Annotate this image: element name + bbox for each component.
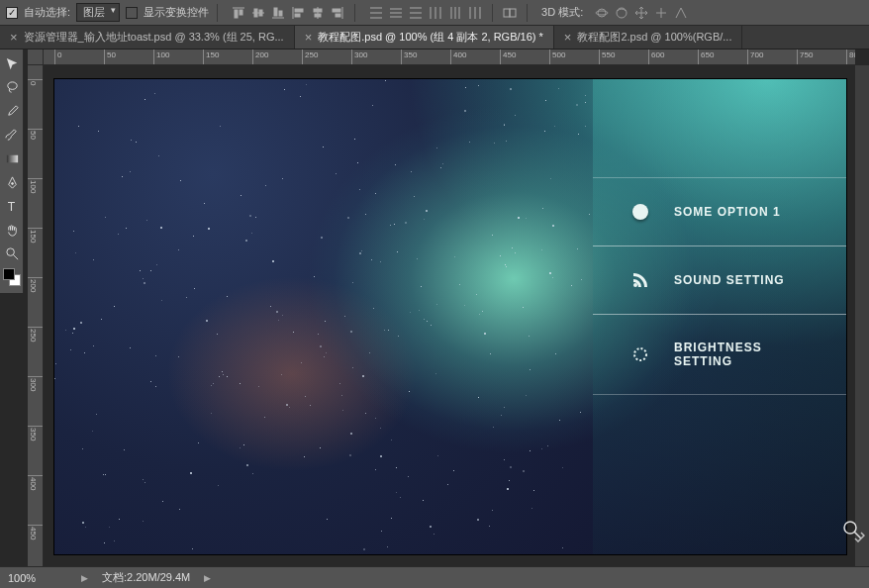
hand-tool-icon[interactable] — [1, 219, 23, 241]
tab-document-2[interactable]: × 教程配图2.psd @ 100%(RGB/... — [554, 26, 743, 49]
layer-target-select[interactable]: 图层 — [76, 3, 120, 22]
zoom-level-field[interactable]: 100% — [8, 572, 67, 584]
artwork-menu: SOME OPTION 1 SOUND SETTING BRIGHTNESS S… — [593, 178, 846, 395]
svg-point-43 — [11, 182, 13, 184]
options-bar: ✓ 自动选择: 图层 显示变换控件 3D 模式: — [0, 0, 869, 26]
document-canvas[interactable]: SOME OPTION 1 SOUND SETTING BRIGHTNESS S… — [54, 79, 846, 554]
menu-item-label: SOUND SETTING — [674, 273, 785, 287]
svg-rect-37 — [510, 9, 516, 17]
dist-left-icon[interactable] — [427, 4, 444, 22]
rss-icon — [632, 272, 648, 288]
align-hcenter-icon[interactable] — [309, 4, 327, 22]
ruler-origin[interactable] — [28, 49, 44, 65]
auto-align-icon[interactable] — [501, 4, 519, 22]
close-icon[interactable]: × — [305, 30, 313, 45]
type-tool-icon[interactable]: T — [1, 195, 23, 217]
svg-point-45 — [6, 247, 14, 255]
align-top-icon[interactable] — [230, 4, 247, 22]
align-edges-group — [230, 4, 346, 22]
svg-rect-2 — [240, 10, 242, 15]
svg-rect-7 — [274, 8, 277, 16]
brightness-icon — [632, 346, 648, 362]
align-bottom-icon[interactable] — [269, 4, 287, 22]
zoom-tool-icon[interactable] — [1, 243, 23, 264]
menu-item-label: SOME OPTION 1 — [674, 205, 781, 219]
svg-line-46 — [13, 254, 18, 259]
canvas-viewport[interactable]: SOME OPTION 1 SOUND SETTING BRIGHTNESS S… — [44, 65, 855, 566]
mode3d-label: 3D 模式: — [541, 5, 583, 20]
svg-rect-13 — [314, 9, 322, 12]
dist-bottom-icon[interactable] — [407, 4, 425, 22]
show-transform-checkbox[interactable] — [126, 7, 138, 19]
divider — [354, 4, 355, 22]
svg-point-48 — [634, 348, 646, 360]
svg-rect-17 — [336, 14, 340, 17]
mode3d-group — [593, 4, 690, 22]
work-area: T 05010015020025030035040045050055060065… — [0, 49, 869, 566]
move-tool-icon[interactable] — [1, 52, 23, 74]
auto-select-checkbox[interactable]: ✓ — [6, 7, 18, 19]
align-left-icon[interactable] — [289, 4, 307, 22]
tab-document-1[interactable]: × 教程配图.psd @ 100% (组 4 副本 2, RGB/16) * — [295, 26, 554, 49]
dist-hcent-icon[interactable] — [446, 4, 464, 22]
menu-item-option1[interactable]: SOME OPTION 1 — [593, 177, 846, 246]
lasso-tool-icon[interactable] — [1, 76, 23, 98]
dist-vcent-icon[interactable] — [387, 4, 405, 22]
align-right-icon[interactable] — [329, 4, 346, 22]
svg-rect-14 — [315, 14, 321, 17]
svg-rect-16 — [333, 9, 340, 12]
document-tabs: × 资源管理器_输入地址toast.psd @ 33.3% (组 25, RG.… — [0, 26, 869, 49]
distribute-group — [367, 4, 484, 22]
color-swatches[interactable] — [1, 266, 23, 292]
show-transform-label: 显示变换控件 — [144, 5, 209, 20]
svg-point-38 — [598, 9, 606, 17]
menu-item-brightness[interactable]: BRIGHTNESS SETTING — [593, 314, 846, 395]
ruler-horizontal[interactable]: 0501001502002503003504004505005506006507… — [44, 49, 855, 65]
svg-text:T: T — [7, 200, 15, 214]
orbit-3d-icon[interactable] — [593, 4, 611, 22]
close-icon[interactable]: × — [564, 30, 572, 45]
dist-top-icon[interactable] — [367, 4, 385, 22]
tool-strip: T — [0, 49, 24, 293]
svg-rect-4 — [254, 9, 257, 17]
dot-icon — [632, 204, 648, 220]
svg-rect-1 — [235, 10, 238, 18]
svg-rect-5 — [259, 10, 262, 16]
svg-point-40 — [617, 8, 627, 18]
svg-point-47 — [633, 283, 637, 287]
roll-3d-icon[interactable] — [613, 4, 630, 22]
auto-select-label: 自动选择: — [24, 5, 70, 20]
divider — [527, 4, 528, 22]
tab-document-0[interactable]: × 资源管理器_输入地址toast.psd @ 33.3% (组 25, RG.… — [0, 26, 295, 49]
menu-item-label: BRIGHTNESS SETTING — [674, 341, 822, 368]
slide-3d-icon[interactable] — [652, 4, 670, 22]
pan-3d-icon[interactable] — [632, 4, 650, 22]
brush-tool-icon[interactable] — [1, 124, 23, 146]
svg-point-41 — [7, 81, 16, 89]
svg-rect-36 — [504, 9, 510, 17]
close-icon[interactable]: × — [10, 30, 18, 45]
svg-rect-8 — [279, 11, 282, 16]
svg-rect-11 — [295, 14, 300, 17]
tab-label: 资源管理器_输入地址toast.psd @ 33.3% (组 25, RG... — [24, 30, 284, 45]
eyedropper-tool-icon[interactable] — [1, 100, 23, 122]
chevron-right-icon[interactable]: ▶ — [204, 573, 211, 583]
scrollbar-vertical[interactable] — [855, 65, 869, 566]
menu-item-sound[interactable]: SOUND SETTING — [593, 245, 846, 315]
divider — [492, 4, 493, 22]
foreground-color-swatch[interactable] — [3, 268, 15, 280]
zoom-3d-icon[interactable] — [672, 4, 690, 22]
ruler-vertical[interactable]: 050100150200250300350400450500 — [28, 65, 44, 566]
svg-rect-10 — [295, 9, 303, 12]
document-size-label: 文档:2.20M/29.4M — [102, 570, 190, 585]
tab-label: 教程配图.psd @ 100% (组 4 副本 2, RGB/16) * — [318, 30, 543, 45]
dist-right-icon[interactable] — [466, 4, 484, 22]
status-bar: 100% ▶ 文档:2.20M/29.4M ▶ — [0, 566, 869, 588]
divider — [217, 4, 218, 22]
align-vcenter-icon[interactable] — [249, 4, 267, 22]
gradient-tool-icon[interactable] — [1, 147, 23, 169]
pen-tool-icon[interactable] — [1, 171, 23, 193]
tab-label: 教程配图2.psd @ 100%(RGB/... — [577, 30, 731, 45]
svg-rect-42 — [6, 154, 17, 162]
chevron-right-icon[interactable]: ▶ — [81, 573, 88, 583]
